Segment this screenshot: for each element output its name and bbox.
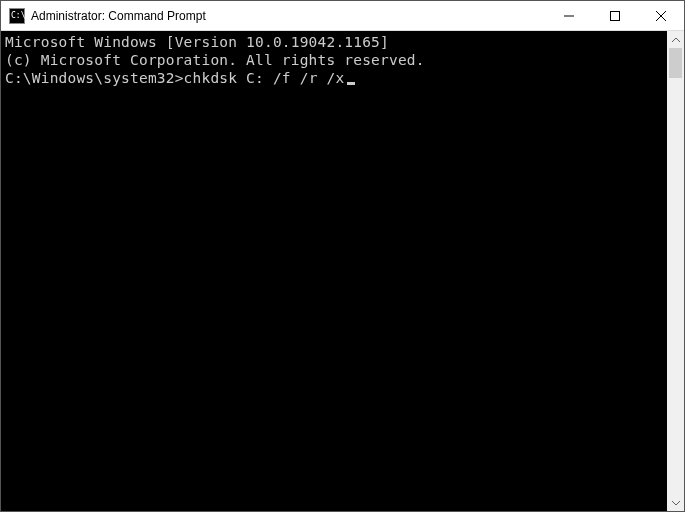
maximize-button[interactable] [592, 1, 638, 30]
svg-text:C:\: C:\ [11, 11, 25, 20]
chevron-up-icon [672, 36, 680, 44]
terminal-command: chkdsk C: /f /r /x [184, 70, 345, 86]
svg-rect-4 [611, 11, 620, 20]
scrollbar-track[interactable] [667, 48, 684, 494]
scroll-up-button[interactable] [667, 31, 684, 48]
window-title: Administrator: Command Prompt [31, 9, 546, 23]
scroll-down-button[interactable] [667, 494, 684, 511]
minimize-icon [564, 11, 574, 21]
terminal[interactable]: Microsoft Windows [Version 10.0.19042.11… [1, 31, 667, 511]
terminal-prompt: C:\Windows\system32> [5, 70, 184, 86]
command-prompt-window: C:\ Administrator: Command Prompt [0, 0, 685, 512]
window-controls [546, 1, 684, 30]
terminal-cursor [347, 82, 355, 85]
content-area: Microsoft Windows [Version 10.0.19042.11… [1, 31, 684, 511]
chevron-down-icon [672, 499, 680, 507]
minimize-button[interactable] [546, 1, 592, 30]
scrollbar-thumb[interactable] [669, 48, 682, 78]
maximize-icon [610, 11, 620, 21]
terminal-prompt-line: C:\Windows\system32>chkdsk C: /f /r /x [5, 69, 663, 87]
titlebar[interactable]: C:\ Administrator: Command Prompt [1, 1, 684, 31]
cmd-icon: C:\ [9, 8, 25, 24]
close-button[interactable] [638, 1, 684, 30]
terminal-line: Microsoft Windows [Version 10.0.19042.11… [5, 33, 663, 51]
terminal-line: (c) Microsoft Corporation. All rights re… [5, 51, 663, 69]
vertical-scrollbar[interactable] [667, 31, 684, 511]
close-icon [656, 11, 666, 21]
